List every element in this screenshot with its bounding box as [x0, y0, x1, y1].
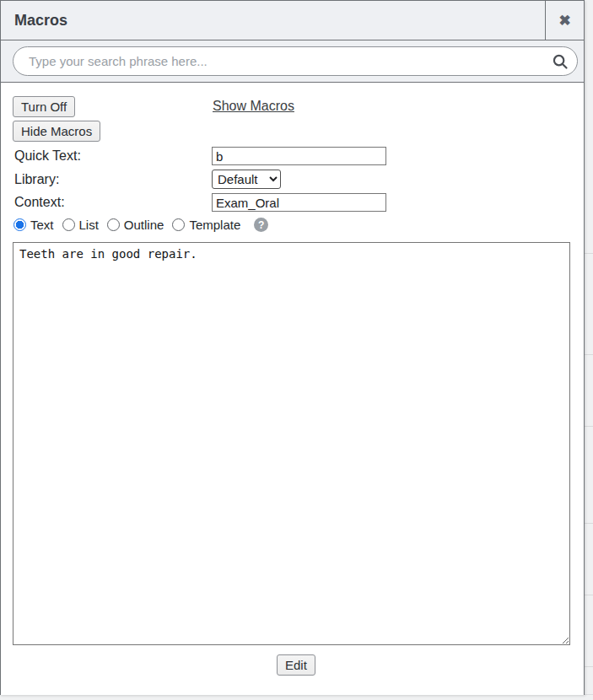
- background-page-line: [585, 426, 593, 427]
- outline-radio[interactable]: [107, 218, 120, 231]
- radio-option-list[interactable]: List: [62, 218, 99, 232]
- background-page: [584, 0, 593, 700]
- background-page-line: [585, 253, 593, 254]
- macro-text-editor[interactable]: Teeth are in good repair.: [13, 242, 570, 645]
- search-band: [1, 40, 584, 83]
- text-radio-label[interactable]: Text: [30, 218, 54, 232]
- context-input[interactable]: [212, 193, 386, 212]
- close-button[interactable]: ✖: [545, 1, 584, 40]
- context-label: Context:: [14, 195, 65, 210]
- library-label: Library:: [14, 172, 59, 187]
- radio-option-outline[interactable]: Outline: [107, 218, 164, 232]
- macros-dialog: Macros ✖ Turn Off Show Macros Hide Macro…: [0, 0, 585, 695]
- radio-option-template[interactable]: Template: [172, 218, 240, 232]
- background-page-line: [585, 595, 593, 595]
- close-icon: ✖: [558, 13, 570, 28]
- list-radio[interactable]: [62, 218, 75, 231]
- turn-off-button[interactable]: Turn Off: [13, 96, 75, 117]
- search-input[interactable]: [13, 54, 543, 68]
- hide-macros-button[interactable]: Hide Macros: [13, 121, 100, 142]
- quick-text-input[interactable]: [212, 147, 386, 165]
- outline-radio-label[interactable]: Outline: [124, 218, 164, 232]
- background-page-line: [585, 354, 593, 355]
- background-page-bottom: [0, 694, 593, 700]
- show-macros-link[interactable]: Show Macros: [213, 99, 294, 114]
- search-icon[interactable]: [543, 52, 577, 71]
- background-page-line: [585, 666, 593, 667]
- background-page-line: [585, 523, 593, 524]
- template-radio[interactable]: [172, 218, 185, 231]
- dialog-content: Turn Off Show Macros Hide Macros Quick T…: [1, 83, 584, 695]
- library-select[interactable]: Default: [212, 170, 281, 189]
- edit-button[interactable]: Edit: [277, 654, 315, 676]
- help-icon[interactable]: ?: [254, 218, 268, 232]
- macro-type-radio-group: Text List Outline Template ?: [13, 218, 268, 232]
- template-radio-label[interactable]: Template: [189, 218, 240, 232]
- quick-text-label: Quick Text:: [14, 148, 81, 164]
- radio-option-text[interactable]: Text: [13, 218, 54, 232]
- search-pill: [13, 46, 578, 76]
- dialog-title: Macros: [1, 12, 545, 30]
- text-radio[interactable]: [13, 218, 26, 231]
- dialog-header: Macros ✖: [1, 1, 584, 40]
- list-radio-label[interactable]: List: [79, 218, 99, 232]
